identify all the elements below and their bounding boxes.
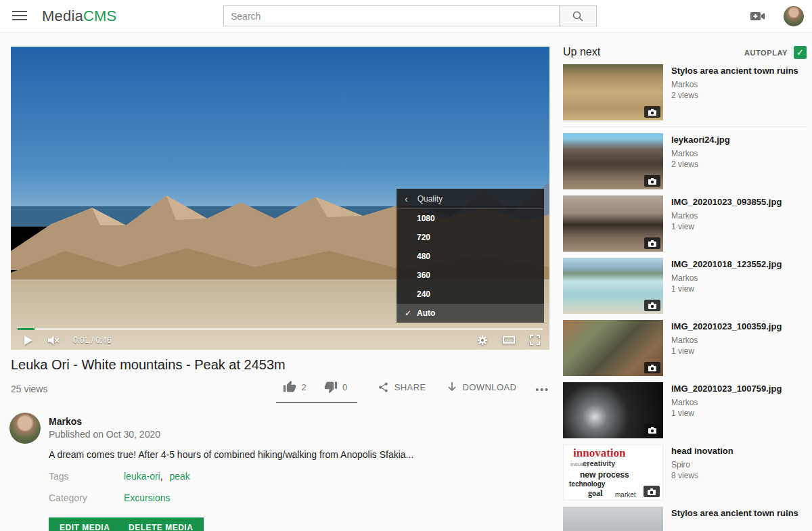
- settings-button[interactable]: [477, 335, 488, 346]
- item-author: Markos: [671, 273, 782, 283]
- quality-menu-back[interactable]: ‹ Quality: [397, 189, 544, 209]
- download-icon: [447, 382, 457, 393]
- more-options-button[interactable]: •••: [535, 377, 549, 395]
- app-logo[interactable]: MediaCMS: [42, 7, 116, 25]
- sidebar-divider: [563, 126, 807, 127]
- rating-group: 2 0: [276, 377, 357, 403]
- upload-media-button[interactable]: [750, 9, 766, 24]
- fullscreen-button[interactable]: [530, 335, 540, 345]
- image-media-badge: [644, 237, 660, 249]
- play-button[interactable]: [24, 336, 32, 345]
- share-button[interactable]: SHARE: [378, 377, 426, 393]
- play-icon: [24, 336, 32, 345]
- back-chevron-icon: ‹: [405, 193, 408, 204]
- player-controls: 0:01 / 0:46: [11, 330, 549, 350]
- thumbnail-stylos-misty: [563, 507, 663, 531]
- quality-option-720[interactable]: 720: [397, 228, 544, 247]
- camera-icon: [648, 109, 656, 116]
- time-display: 0:01 / 0:46: [73, 336, 112, 345]
- like-count: 2: [301, 382, 307, 392]
- up-next-item[interactable]: IMG_20201023_100359.jpg Markos 1 view: [563, 320, 807, 376]
- up-next-list: Stylos area ancient town ruins Markos 2 …: [563, 64, 807, 531]
- search-bar: [223, 5, 597, 26]
- theater-mode-button[interactable]: [503, 336, 515, 344]
- thumbnail-img-093855: [563, 195, 663, 252]
- tag-link-peak[interactable]: peak: [169, 471, 189, 482]
- quality-option-240[interactable]: 240: [397, 285, 544, 304]
- thumbnail-img-100759: [563, 382, 663, 438]
- user-avatar[interactable]: [784, 6, 804, 26]
- item-views: 2 views: [671, 159, 730, 170]
- camera-icon: [648, 365, 656, 371]
- logo-text-media: Media: [42, 7, 83, 24]
- mute-button[interactable]: [47, 335, 60, 346]
- volume-muted-icon: [47, 335, 60, 346]
- quality-option-360[interactable]: 360: [397, 266, 544, 285]
- image-media-badge: [644, 106, 660, 118]
- author-avatar[interactable]: [9, 413, 41, 444]
- image-media-badge: [644, 362, 660, 373]
- dislike-button[interactable]: 0: [324, 380, 348, 394]
- camera-icon: [648, 302, 656, 309]
- check-icon: ✓: [405, 308, 417, 318]
- up-next-item[interactable]: leykaori24.jpg Markos 2 views: [563, 133, 807, 189]
- delete-media-button[interactable]: DELETE MEDIA: [118, 517, 204, 531]
- top-bar: MediaCMS: [0, 0, 812, 32]
- media-title: Leuka Ori - White mountains - Peak at 24…: [11, 357, 539, 373]
- video-player[interactable]: ‹ Quality 1080 720 480 360 240 ✓ Auto 0:…: [11, 47, 549, 350]
- item-author: Markos: [671, 397, 782, 408]
- search-icon: [572, 10, 584, 22]
- video-upload-icon: [750, 9, 766, 24]
- up-next-header: Up next AUTOPLAY ✓: [563, 46, 807, 61]
- item-views: 2 views: [671, 90, 798, 101]
- image-media-badge: [644, 300, 660, 311]
- item-author: Markos: [671, 335, 782, 346]
- author-name[interactable]: Markos: [49, 416, 82, 427]
- quality-option-1080[interactable]: 1080: [397, 209, 544, 228]
- camera-icon: [648, 240, 656, 247]
- up-next-item[interactable]: innovation creativity new process techno…: [563, 444, 807, 501]
- theater-mode-icon: [503, 336, 515, 344]
- search-button[interactable]: [559, 5, 597, 26]
- thumb-down-icon: [324, 380, 338, 394]
- item-author: Markos: [671, 148, 730, 159]
- logo-text-cms: CMS: [83, 7, 117, 24]
- quality-option-auto-selected[interactable]: ✓ Auto: [397, 304, 544, 323]
- up-next-item[interactable]: IMG_20201018_123552.jpg Markos 1 view: [563, 258, 807, 314]
- share-icon: [378, 382, 389, 393]
- item-views: 1 view: [671, 283, 782, 294]
- item-author: Markos: [671, 79, 798, 90]
- thumbnail-img-123552: [563, 258, 663, 314]
- category-link[interactable]: Excursions: [124, 492, 170, 503]
- download-label: DOWNLOAD: [463, 382, 517, 392]
- item-views: 1 view: [671, 408, 782, 419]
- thumbnail-wordcloud: innovation creativity new process techno…: [563, 444, 663, 501]
- up-next-item[interactable]: Stylos area ancient town ruins Markos 2 …: [563, 64, 807, 120]
- camera-icon: [648, 427, 656, 434]
- up-next-item[interactable]: Stylos area ancient town ruins: [563, 507, 807, 531]
- tags-list: leuka-ori peak: [124, 471, 190, 482]
- share-label: SHARE: [394, 382, 426, 392]
- more-icon: •••: [535, 384, 549, 395]
- item-views: 1 view: [671, 221, 782, 232]
- download-button[interactable]: DOWNLOAD: [447, 377, 517, 393]
- media-actions: 2 0 SHARE DOWNLOAD •••: [11, 377, 549, 403]
- thumb-up-icon: [283, 380, 296, 394]
- image-media-badge: [644, 424, 660, 436]
- media-description: A dream comes true! After 4-5 hours of c…: [49, 449, 482, 460]
- up-next-item[interactable]: IMG_20201023_100759.jpg Markos 1 view: [563, 382, 807, 438]
- hamburger-menu-icon[interactable]: [12, 11, 27, 22]
- up-next-item[interactable]: IMG_20201023_093855.jpg Markos 1 view: [563, 195, 807, 252]
- autoplay-checkbox[interactable]: ✓: [794, 46, 807, 59]
- search-input[interactable]: [223, 5, 559, 26]
- item-author: Markos: [671, 210, 782, 221]
- published-date: Published on Oct 30, 2020: [49, 429, 160, 440]
- like-button[interactable]: 2: [283, 380, 307, 394]
- item-views: 1 view: [671, 346, 782, 356]
- category-label: Category: [49, 492, 87, 503]
- edit-media-button[interactable]: EDIT MEDIA: [49, 517, 120, 531]
- dislike-count: 0: [342, 382, 348, 392]
- quality-menu: ‹ Quality 1080 720 480 360 240 ✓ Auto: [397, 189, 544, 323]
- tag-link-leuka-ori[interactable]: leuka-ori: [124, 471, 167, 482]
- quality-option-480[interactable]: 480: [397, 247, 544, 266]
